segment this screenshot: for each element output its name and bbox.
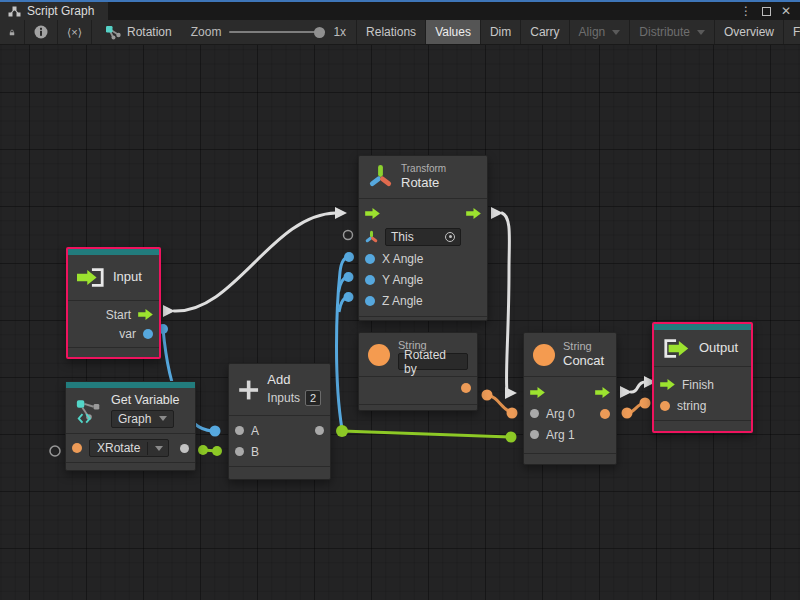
value-output-port[interactable] [461,383,471,393]
node-get-variable[interactable]: Get Variable Graph XRotate [65,381,196,471]
node-string-literal[interactable]: String Rotated by [358,332,478,411]
output-node-header: Output [654,330,751,366]
output-node-ports: Finish string [654,367,751,420]
input-event-icon [77,267,105,288]
port-label: A [251,424,259,438]
port-row-this: This [359,225,487,249]
node-title: Get Variable [111,393,180,407]
concat-node-header: String Concat [524,333,616,376]
plus-icon [238,377,259,403]
port-label: Z Angle [382,294,423,308]
graph-name: Rotation [127,25,172,39]
node-output[interactable]: Output Finish string [652,322,753,433]
chevron-down-icon [155,446,163,451]
string-icon [533,344,555,366]
variable-scope-dropdown[interactable]: Graph [111,410,174,428]
value-input-port[interactable] [530,409,539,418]
code-view-button[interactable]: ⟨×⟩ [58,20,92,44]
tab-title: Script Graph [27,4,94,18]
code-view-glyph: ⟨×⟩ [67,26,82,39]
node-title: Concat [563,354,604,369]
string-value-field[interactable]: Rotated by [398,353,468,370]
relations-button[interactable]: Relations [357,20,426,44]
variable-name-port[interactable] [72,443,82,453]
zoom-slider[interactable] [229,31,325,33]
tab-script-graph[interactable]: Script Graph [0,2,108,20]
info-button[interactable] [25,20,58,44]
port-row-string: string [654,395,751,416]
flow-input-port[interactable] [660,379,675,390]
value-input-port[interactable] [365,296,375,306]
port-row-finish: Finish [654,374,751,395]
port-row-y-angle: Y Angle [359,270,487,291]
node-footer [654,420,751,431]
output-event-icon [663,338,691,359]
zoom-slider-handle[interactable] [314,27,325,38]
flow-output-port[interactable] [466,208,481,219]
zoom-value: 1x [333,25,346,39]
port-row-var: var [68,324,159,343]
toolbar-right-buttons: Relations Values Dim Carry Align Distrib… [357,20,800,44]
object-picker-icon[interactable] [445,232,455,242]
script-graph-window: Script Graph ⋮ ✕ ⟨×⟩ [0,0,800,600]
node-input[interactable]: Input Start var [66,247,161,359]
node-concat[interactable]: String Concat Arg 0 Arg 1 [523,332,617,465]
value-input-port[interactable] [530,430,539,439]
node-rotate[interactable]: Transform Rotate This [358,155,488,321]
flow-output-port[interactable] [138,309,153,320]
flow-input-port[interactable] [365,208,380,219]
dim-label: Dim [490,25,511,39]
port-label: string [677,399,706,413]
carry-button[interactable]: Carry [521,20,569,44]
node-footer [359,404,477,410]
close-icon[interactable]: ✕ [778,3,794,19]
variable-name-dropdown[interactable]: XRotate [89,439,169,457]
port-row-arg1: Arg 1 [524,424,616,445]
string-node-header: String Rotated by [359,333,477,376]
window-menu-icon[interactable]: ⋮ [738,3,754,19]
value-input-port[interactable] [235,447,244,456]
dropdown-arrow-section[interactable] [147,442,168,455]
transform-icon [365,230,378,244]
inputs-count-field[interactable]: 2 [305,390,321,406]
value-output-port[interactable] [315,426,324,435]
lock-button[interactable] [0,20,25,44]
zoom-control: Zoom 1x [181,20,357,44]
node-footer [66,462,195,470]
this-value: This [391,230,414,244]
value-input-port[interactable] [235,426,244,435]
values-button[interactable]: Values [426,20,481,44]
this-object-field[interactable]: This [385,228,461,246]
value-input-port[interactable] [365,254,375,264]
value-output-port[interactable] [600,409,610,419]
flow-output-port[interactable] [595,387,610,398]
port-label: Start [106,308,131,322]
dim-button[interactable]: Dim [481,20,521,44]
distribute-label: Distribute [639,25,690,39]
align-dropdown: Align [570,20,631,44]
port-row-x-angle: X Angle [359,249,487,270]
value-input-port[interactable] [660,401,670,411]
port-row-z-angle: Z Angle [359,291,487,312]
node-add[interactable]: Add Inputs 2 A B [228,363,331,480]
graph-breadcrumb[interactable]: Rotation [92,20,181,44]
value-output-port[interactable] [143,329,153,339]
overview-label: Overview [724,25,774,39]
maximize-icon[interactable] [758,3,774,19]
input-node-ports: Start var [68,301,159,347]
value-output-port[interactable] [180,444,189,453]
port-label: Y Angle [382,273,423,287]
variable-icon [75,396,103,425]
flow-row [359,203,487,225]
full-screen-label: Full Screen [793,25,800,39]
node-footer [359,316,487,326]
port-label: var [119,327,136,341]
overview-button[interactable]: Overview [715,20,784,44]
get-variable-header: Get Variable Graph [66,388,195,433]
full-screen-button[interactable]: Full Screen [784,20,800,44]
inputs-label: Inputs [267,391,300,405]
port-label: Arg 1 [546,428,575,442]
string-value: Rotated by [404,348,462,376]
flow-input-port[interactable] [530,387,545,398]
value-input-port[interactable] [365,275,375,285]
